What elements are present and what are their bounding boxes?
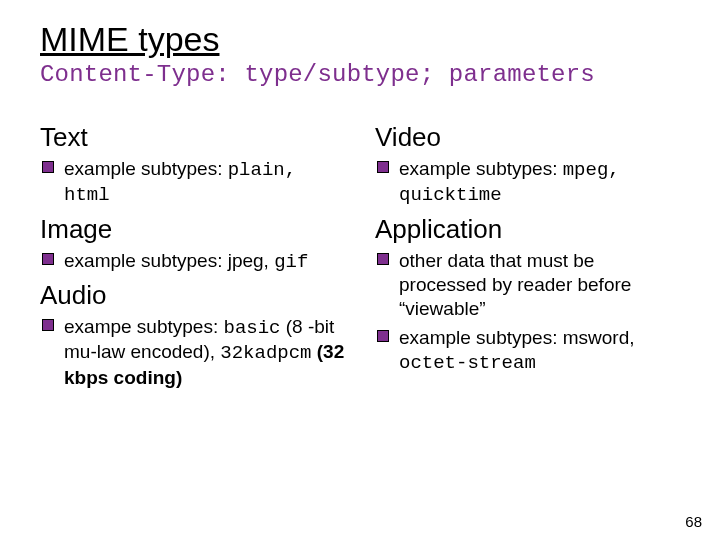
section-audio-head: Audio (40, 280, 345, 311)
slide-title: MIME types (40, 20, 680, 59)
section-image-head: Image (40, 214, 345, 245)
list-item: example subtypes: mpeg, quicktime (375, 157, 680, 208)
bullet-mono: gif (274, 251, 308, 273)
right-column: Video example subtypes: mpeg, quicktime … (375, 116, 680, 396)
section-image-bullets: example subtypes: jpeg, gif (40, 249, 345, 274)
list-item: other data that must be processed by rea… (375, 249, 680, 322)
bullet-mono: basic (223, 317, 280, 339)
bullet-text: example subtypes: jpeg, (64, 250, 274, 271)
left-column: Text example subtypes: plain, html Image… (40, 116, 345, 396)
page-number: 68 (685, 513, 702, 530)
section-application-head: Application (375, 214, 680, 245)
list-item: example subtypes: jpeg, gif (40, 249, 345, 274)
section-text-head: Text (40, 122, 345, 153)
section-video-head: Video (375, 122, 680, 153)
bullet-text: example subtypes: (64, 158, 228, 179)
list-item: example subtypes: msword, octet-stream (375, 326, 680, 376)
bullet-mono: octet-stream (399, 352, 536, 374)
bullet-text: exampe subtypes: (64, 316, 223, 337)
slide-subtitle: Content-Type: type/subtype; parameters (40, 61, 680, 88)
bullet-mono-2: 32kadpcm (220, 342, 311, 364)
section-text-bullets: example subtypes: plain, html (40, 157, 345, 208)
list-item: exampe subtypes: basic (8 -bit mu-law en… (40, 315, 345, 390)
bullet-text: example subtypes: msword, (399, 327, 635, 348)
section-audio-bullets: exampe subtypes: basic (8 -bit mu-law en… (40, 315, 345, 390)
bullet-text: other data that must be processed by rea… (399, 250, 631, 320)
section-video-bullets: example subtypes: mpeg, quicktime (375, 157, 680, 208)
slide: MIME types Content-Type: type/subtype; p… (0, 0, 720, 540)
columns: Text example subtypes: plain, html Image… (40, 116, 680, 396)
bullet-text: example subtypes: (399, 158, 563, 179)
list-item: example subtypes: plain, html (40, 157, 345, 208)
section-application-bullets: other data that must be processed by rea… (375, 249, 680, 376)
